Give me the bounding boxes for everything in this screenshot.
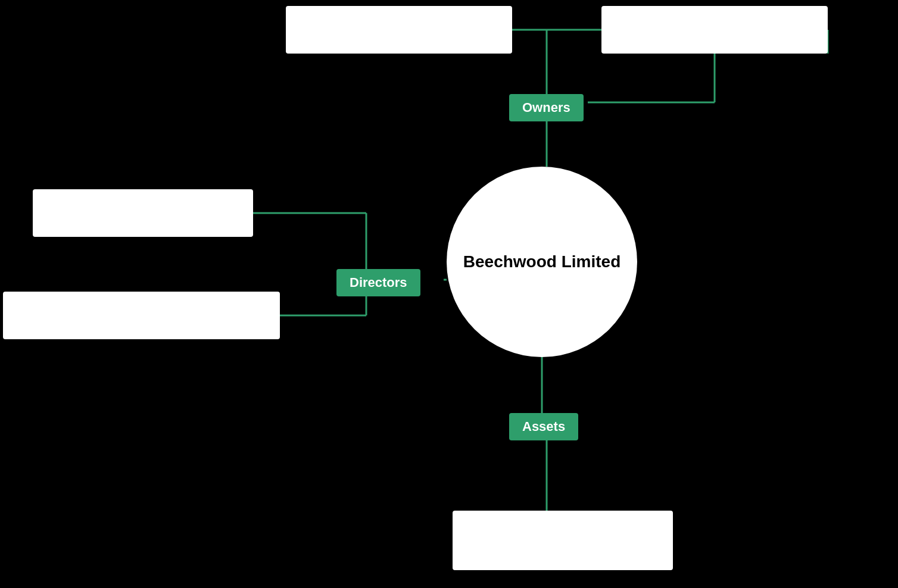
owner2-rect	[601, 6, 828, 54]
director1-rect	[33, 189, 253, 237]
director2-rect	[3, 292, 280, 339]
directors-badge[interactable]: Directors	[336, 269, 420, 296]
assets-badge[interactable]: Assets	[509, 413, 578, 440]
owners-badge[interactable]: Owners	[509, 94, 584, 121]
directors-label: Directors	[350, 275, 407, 290]
center-company-circle: Beechwood Limited	[447, 167, 637, 357]
company-name-label: Beechwood Limited	[463, 252, 621, 271]
owner1-rect	[286, 6, 512, 54]
owners-label: Owners	[522, 100, 570, 115]
asset1-rect	[453, 511, 673, 570]
diagram-container: Beechwood Limited Owners Directors Asset…	[0, 0, 898, 588]
assets-label: Assets	[522, 419, 565, 434]
